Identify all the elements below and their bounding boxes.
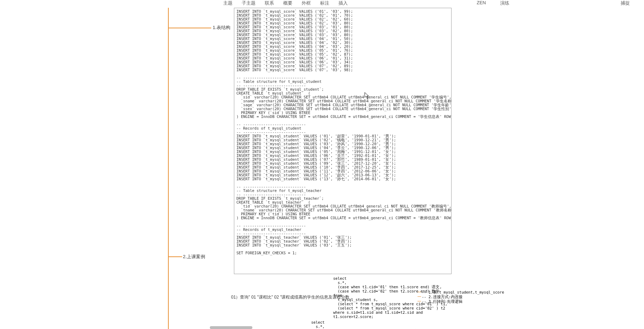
branch-line <box>169 256 182 257</box>
horizontal-scrollbar-thumb[interactable] <box>210 326 252 329</box>
branch-line <box>169 28 211 28</box>
menu-far-right[interactable]: 捕捉 <box>621 0 630 6</box>
question-01-title[interactable]: 01）查询" 01 "课程比" 02 "课程成绩高的学生的信息及课程分数 <box>231 294 349 300</box>
top-menu: 主题 子主题 联系 概要 外框 标注 插入 <box>0 0 644 6</box>
question-01-notes[interactable]: -- 1.表:t_mysql_student,t_mysql_score -- … <box>422 290 504 304</box>
connector-line <box>418 292 421 292</box>
menu-item[interactable]: 联系 <box>265 0 274 6</box>
menu-item[interactable]: 演练 <box>500 0 509 6</box>
menu-right: ZEN 演练 <box>477 0 509 6</box>
node-label-1[interactable]: 1.表结构 <box>213 24 230 31</box>
menu-item[interactable]: 主题 <box>223 0 233 6</box>
connector-line <box>418 301 421 301</box>
menu-item[interactable]: 子主题 <box>242 0 256 6</box>
menu-item[interactable]: 插入 <box>338 0 348 6</box>
node-label-2[interactable]: 2.上课案例 <box>183 254 205 260</box>
question-01-code[interactable]: select s.*, (case when t1.cid='01' then … <box>333 276 418 319</box>
question-02-code[interactable]: select s.*, (case when t1.cid='01' then … <box>311 320 403 329</box>
mindmap-canvas[interactable]: 1.表结构 2.上课案例 INSERT INTO `t_mysql_score`… <box>0 8 644 329</box>
sql-code-node[interactable]: INSERT INTO `t_mysql_score` VALUES ('01'… <box>234 8 452 274</box>
connector-line <box>418 296 421 297</box>
menu-item[interactable]: ZEN <box>477 0 486 6</box>
menu-item[interactable]: 外框 <box>302 0 311 6</box>
mouse-cursor-icon <box>364 92 369 99</box>
branch-line <box>168 8 169 329</box>
menu-item[interactable]: 标注 <box>320 0 329 6</box>
menu-item[interactable]: 概要 <box>283 0 292 6</box>
